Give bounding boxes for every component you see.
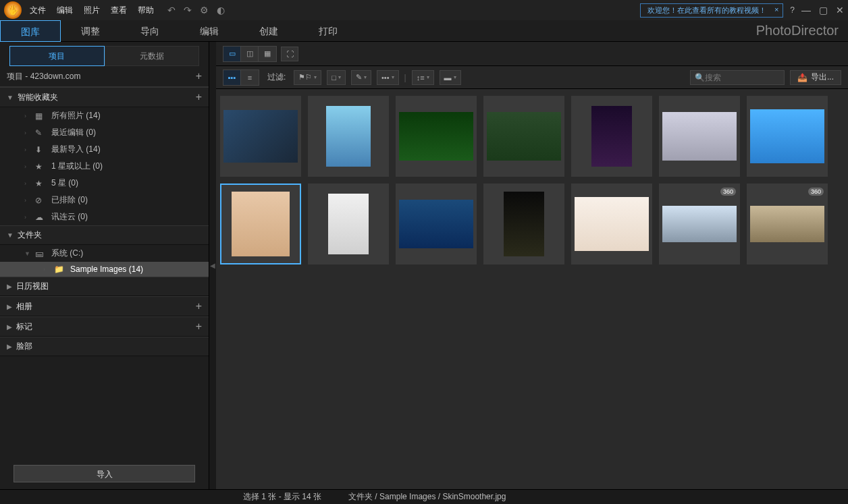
section-tags[interactable]: ▶ 标记 +: [0, 316, 209, 337]
chevron-down-icon: ▼: [24, 250, 30, 257]
menu-photo[interactable]: 照片: [84, 5, 100, 16]
thumbnail-image: [223, 110, 298, 163]
view-compare-icon[interactable]: ◫: [241, 47, 259, 61]
filter-label-dropdown[interactable]: □▾: [327, 70, 346, 85]
thumbnail-rocket-launch[interactable]: [659, 96, 740, 177]
help-icon[interactable]: ?: [790, 5, 795, 15]
user-icon[interactable]: ◐: [217, 5, 225, 16]
tab-guided[interactable]: 导向: [120, 20, 180, 42]
sidebar: 项目 元数据 项目 - 423down.com + ▼ 智能收藏夹 + ›▦所有…: [0, 42, 209, 489]
collection-icon: ▦: [35, 111, 46, 121]
chevron-right-icon: ▶: [7, 283, 12, 290]
section-albums[interactable]: ▶ 相册 +: [0, 296, 209, 316]
thumbnail-dark-window[interactable]: [483, 184, 564, 264]
add-smart-icon[interactable]: +: [196, 91, 202, 103]
smart-item-label: 所有照片 (14): [51, 110, 101, 121]
brand-label: PhotoDirector: [756, 23, 848, 38]
import-button[interactable]: 导入: [14, 465, 195, 482]
thumbnail-forest[interactable]: [396, 96, 477, 177]
thumbnail-image: [399, 112, 473, 161]
section-smart[interactable]: ▼ 智能收藏夹 +: [0, 87, 209, 107]
thumbnail-woman-portrait-2[interactable]: [308, 184, 389, 264]
thumbnail-image: [750, 206, 824, 242]
thumbnail-grid: 360360: [216, 89, 848, 489]
filter-star-dropdown[interactable]: ✎▾: [351, 70, 371, 85]
welcome-text: 欢迎您！在此查看所有的教程视频！: [647, 6, 766, 14]
smart-item[interactable]: ›★5 星 (0): [0, 175, 209, 192]
add-project-icon[interactable]: +: [196, 70, 202, 82]
thumb-size-large-icon[interactable]: ≡: [241, 70, 259, 85]
main-menu: 文件 编辑 照片 查看 帮助: [30, 5, 154, 16]
smart-item[interactable]: ›⊘已排除 (0): [0, 192, 209, 208]
redo-icon[interactable]: ↷: [184, 5, 192, 16]
tab-edit[interactable]: 编辑: [180, 20, 239, 42]
menu-help[interactable]: 帮助: [138, 5, 154, 16]
close-banner-icon[interactable]: ×: [774, 5, 778, 13]
menu-file[interactable]: 文件: [30, 5, 46, 16]
menu-edit[interactable]: 编辑: [57, 5, 73, 16]
side-tab-project[interactable]: 项目: [9, 46, 105, 66]
smart-item[interactable]: ›✎最近编辑 (0): [0, 124, 209, 141]
collection-icon: ⊘: [35, 196, 46, 205]
thumbnail-pano-360-1[interactable]: 360: [659, 184, 740, 264]
menu-view[interactable]: 查看: [111, 5, 127, 16]
smart-item[interactable]: ›⬇最新导入 (14): [0, 141, 209, 158]
side-tab-metadata[interactable]: 元数据: [105, 46, 200, 66]
sort-dropdown[interactable]: ↕≡▾: [412, 70, 434, 85]
thumbnail-woman-white[interactable]: [571, 184, 652, 264]
thumbnail-woman-portrait-1[interactable]: [220, 184, 301, 264]
section-faces[interactable]: ▶ 脸部: [0, 337, 209, 356]
welcome-banner[interactable]: 欢迎您！在此查看所有的教程视频！ ×: [640, 3, 783, 18]
close-icon[interactable]: ✕: [836, 5, 844, 16]
add-tag-icon[interactable]: +: [196, 320, 202, 333]
smart-item[interactable]: ›▦所有照片 (14): [0, 107, 209, 124]
thumbnail-image: [232, 192, 290, 256]
collection-icon: ✎: [35, 128, 46, 138]
tab-library[interactable]: 图库: [0, 20, 61, 42]
undo-icon[interactable]: ↶: [167, 5, 176, 16]
content-area: ▭ ◫ ▦ ⛶ ▪▪▪ ≡ 过滤: ⚑⚐▾ □▾ ✎▾ •••▾ | ↕≡▾ ▬…: [216, 42, 848, 489]
view-single-icon[interactable]: ▭: [223, 47, 241, 61]
thumbnail-pano-360-2[interactable]: 360: [747, 184, 828, 264]
smart-item[interactable]: ›★1 星或以上 (0): [0, 158, 209, 175]
settings-icon[interactable]: ⚙: [200, 5, 209, 16]
tab-adjust[interactable]: 调整: [61, 20, 120, 42]
view-fullscreen-icon[interactable]: ⛶: [281, 47, 298, 61]
section-calendar-label: 日历视图: [16, 281, 49, 292]
chevron-right-icon: ›: [24, 163, 30, 170]
section-smart-label: 智能收藏夹: [18, 92, 58, 103]
collapse-sidebar-handle[interactable]: ◀: [209, 42, 216, 489]
section-folders[interactable]: ▼ 文件夹: [0, 225, 209, 245]
thumb-size-small-icon[interactable]: ▪▪▪: [223, 70, 241, 85]
thumbnail-image: [591, 106, 632, 167]
folder-icon: 📁: [54, 264, 65, 274]
tab-create[interactable]: 创建: [239, 20, 298, 42]
export-button[interactable]: 📤 导出...: [790, 70, 841, 85]
thumbnail-skater[interactable]: [747, 96, 828, 177]
thumbnail-image: [575, 197, 649, 251]
add-album-icon[interactable]: +: [196, 300, 202, 312]
tab-print[interactable]: 打印: [298, 20, 358, 42]
thumbnail-image: [487, 112, 561, 161]
section-faces-label: 脸部: [16, 341, 32, 352]
filter-flag-dropdown[interactable]: ⚑⚐▾: [294, 70, 321, 85]
stack-dropdown[interactable]: ▬▾: [440, 70, 461, 85]
view-grid-icon[interactable]: ▦: [259, 47, 276, 61]
search-box[interactable]: 🔍 ×: [690, 70, 785, 85]
section-folders-label: 文件夹: [18, 229, 42, 241]
filter-more-dropdown[interactable]: •••▾: [377, 70, 399, 85]
mode-tabbar: 图库 调整 导向 编辑 创建 打印 PhotoDirector: [0, 20, 848, 42]
folder-system-c[interactable]: ▼ 🖴 系统 (C:): [0, 245, 209, 262]
section-calendar[interactable]: ▶ 日历视图: [0, 277, 209, 296]
folder-sample-images[interactable]: › 📁 Sample Images (14): [0, 262, 209, 277]
thumbnail-basketball[interactable]: [220, 96, 301, 177]
smart-item[interactable]: ›☁讯连云 (0): [0, 208, 209, 225]
maximize-icon[interactable]: ▢: [819, 5, 828, 16]
thumbnail-maple-leaf[interactable]: [483, 96, 564, 177]
thumbnail-image: [750, 109, 824, 163]
thumbnail-neon-street[interactable]: [571, 96, 652, 177]
statusbar: 选择 1 张 - 显示 14 张 文件夹 / Sample Images / S…: [0, 489, 848, 504]
thumbnail-rock-ocean[interactable]: [308, 96, 389, 177]
minimize-icon[interactable]: —: [801, 5, 811, 16]
thumbnail-wave[interactable]: [396, 184, 477, 264]
